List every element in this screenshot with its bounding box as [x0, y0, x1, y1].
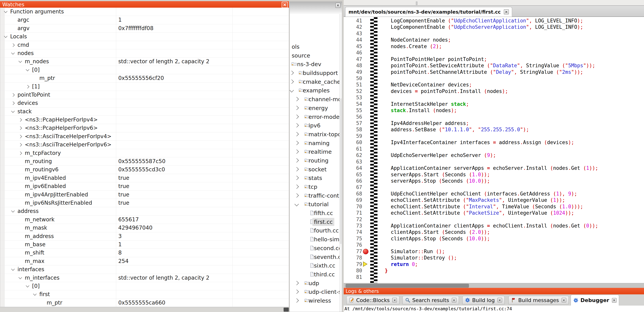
- code-line[interactable]: 65 serverApps.Start (Seconds (1.0));: [344, 171, 644, 178]
- line-number[interactable]: 46: [344, 50, 362, 56]
- chevron-closed-icon[interactable]: [294, 114, 299, 119]
- watch-row[interactable]: devices: [0, 99, 289, 107]
- code-line[interactable]: 45 nodes.Create (2);: [344, 43, 644, 50]
- marker-margin[interactable]: [362, 210, 370, 216]
- line-number[interactable]: 68: [344, 191, 362, 197]
- marker-margin[interactable]: [362, 95, 370, 101]
- watch-row[interactable]: m_ipv4Enabledtrue: [0, 174, 289, 182]
- chevron-closed-icon[interactable]: [18, 149, 25, 157]
- tree-item-fourth.cc[interactable]: fourth.cc: [290, 226, 340, 235]
- marker-margin[interactable]: [362, 107, 370, 114]
- watch-row[interactable]: [1]: [0, 83, 289, 91]
- close-icon[interactable]: [392, 298, 397, 303]
- watch-row[interactable]: m_ptr0x5555555ca660: [0, 299, 289, 307]
- chevron-closed-icon[interactable]: [294, 193, 299, 198]
- watch-row[interactable]: m_routing0x555555587c50: [0, 157, 289, 165]
- marker-margin[interactable]: [362, 274, 370, 280]
- watches-hscrollbar[interactable]: [0, 307, 289, 312]
- tree-item-udp[interactable]: udp: [290, 279, 340, 288]
- line-number[interactable]: 80: [344, 268, 362, 274]
- line-number[interactable]: 45: [344, 43, 362, 50]
- line-number[interactable]: 61: [344, 146, 362, 152]
- tree-item-naming[interactable]: naming: [290, 139, 340, 148]
- marker-margin[interactable]: [362, 171, 370, 178]
- chevron-closed-icon[interactable]: [18, 141, 25, 149]
- column-divider[interactable]: [116, 8, 116, 307]
- code-line[interactable]: 44 NodeContainer nodes;: [344, 37, 644, 43]
- chevron-closed-icon[interactable]: [294, 158, 299, 163]
- marker-margin[interactable]: [362, 24, 370, 30]
- marker-margin[interactable]: [362, 178, 370, 184]
- tree-item-second.cc[interactable]: second.cc: [290, 244, 340, 253]
- editor-hscrollbar[interactable]: [344, 283, 644, 288]
- line-number[interactable]: 62: [344, 152, 362, 158]
- line-number[interactable]: 47: [344, 56, 362, 62]
- tree-item-routing[interactable]: routing: [290, 156, 340, 165]
- chevron-open-icon[interactable]: [32, 290, 39, 298]
- marker-margin[interactable]: [362, 159, 370, 165]
- marker-margin[interactable]: [362, 50, 370, 56]
- code-line[interactable]: 56: [344, 114, 644, 120]
- watch-row[interactable]: interfaces: [0, 265, 289, 274]
- breakpoint-icon[interactable]: [363, 249, 368, 254]
- close-icon[interactable]: [562, 298, 566, 303]
- chevron-closed-icon[interactable]: [290, 79, 294, 84]
- marker-margin[interactable]: [362, 165, 370, 171]
- code-line[interactable]: 49 pointToPoint.SetChannelAttribute ("De…: [344, 69, 644, 75]
- code-line[interactable]: 62 UdpEchoServerHelper echoServer (9);: [344, 152, 644, 158]
- line-number[interactable]: 42: [344, 24, 362, 30]
- line-number[interactable]: 52: [344, 88, 362, 95]
- chevron-closed-icon[interactable]: [10, 91, 18, 99]
- line-number[interactable]: 70: [344, 203, 362, 210]
- watch-row[interactable]: m_ptr0x55555556cf20: [0, 74, 289, 82]
- projects-panel-header[interactable]: [290, 2, 342, 14]
- watch-row[interactable]: address: [0, 207, 289, 215]
- line-number[interactable]: 77: [344, 248, 362, 255]
- marker-margin[interactable]: [362, 191, 370, 197]
- tree-item-sixth.cc[interactable]: sixth.cc: [290, 261, 340, 270]
- code-line[interactable]: 79 return 0;: [344, 261, 644, 268]
- line-number[interactable]: 64: [344, 165, 362, 171]
- code-line[interactable]: 76: [344, 242, 644, 248]
- editor-tab-first-cc[interactable]: mnt/dev/tools/source/ns-3-dev/examples/t…: [345, 7, 512, 17]
- chevron-closed-icon[interactable]: [294, 123, 299, 128]
- line-number[interactable]: 41: [344, 18, 362, 24]
- chevron-closed-icon[interactable]: [294, 281, 299, 285]
- marker-margin[interactable]: [362, 75, 370, 82]
- projects-vscrollbar[interactable]: [340, 14, 342, 312]
- close-icon[interactable]: [612, 298, 616, 303]
- line-number[interactable]: 57: [344, 120, 362, 127]
- code-line[interactable]: 55 stack.Install (nodes);: [344, 107, 644, 114]
- line-number[interactable]: 44: [344, 37, 362, 43]
- chevron-open-icon[interactable]: [18, 274, 25, 282]
- code-line[interactable]: 53: [344, 95, 644, 101]
- marker-margin[interactable]: [362, 152, 370, 158]
- tree-item-first.cc[interactable]: first.cc: [290, 217, 340, 226]
- watch-row[interactable]: argv0x7fffffffdf08: [0, 24, 289, 33]
- marker-margin[interactable]: [362, 146, 370, 152]
- code-line[interactable]: 73 ApplicationContainer clientApps = ech…: [344, 223, 644, 229]
- watch-row[interactable]: m_nodesstd::vector of length 2, capacity…: [0, 57, 289, 66]
- watch-row[interactable]: <ns3::AsciiTraceHelperForIpv6>: [0, 141, 289, 149]
- line-number[interactable]: 54: [344, 101, 362, 107]
- watch-row[interactable]: m_mask4294967040: [0, 224, 289, 232]
- code-line[interactable]: 60 Ipv4InterfaceContainer interfaces = a…: [344, 139, 644, 146]
- logs-tab-search-results[interactable]: Search results: [402, 296, 459, 304]
- chevron-open-icon[interactable]: [294, 202, 299, 206]
- line-number[interactable]: 74: [344, 229, 362, 235]
- tree-item-hello-simulator.cc[interactable]: hello-simulator.cc: [290, 235, 340, 244]
- chevron-closed-icon[interactable]: [18, 124, 25, 132]
- chevron-closed-icon[interactable]: [294, 184, 299, 189]
- chevron-open-icon[interactable]: [10, 108, 18, 116]
- close-icon[interactable]: [498, 298, 502, 303]
- code-line[interactable]: 75 clientApps.Stop (Seconds (10.0));: [344, 236, 644, 242]
- code-line[interactable]: 46: [344, 50, 644, 56]
- chevron-open-icon[interactable]: [10, 207, 18, 215]
- code-line[interactable]: 70 echoClient.SetAttribute ("Interval", …: [344, 203, 644, 210]
- scrollbar-thumb[interactable]: [346, 284, 469, 288]
- tree-item-seventh.cc[interactable]: seventh.cc: [290, 253, 340, 261]
- line-number[interactable]: 73: [344, 223, 362, 229]
- line-number[interactable]: 58: [344, 127, 362, 133]
- logs-tab-debugger[interactable]: Debugger: [571, 295, 619, 306]
- code-line[interactable]: 63: [344, 159, 644, 165]
